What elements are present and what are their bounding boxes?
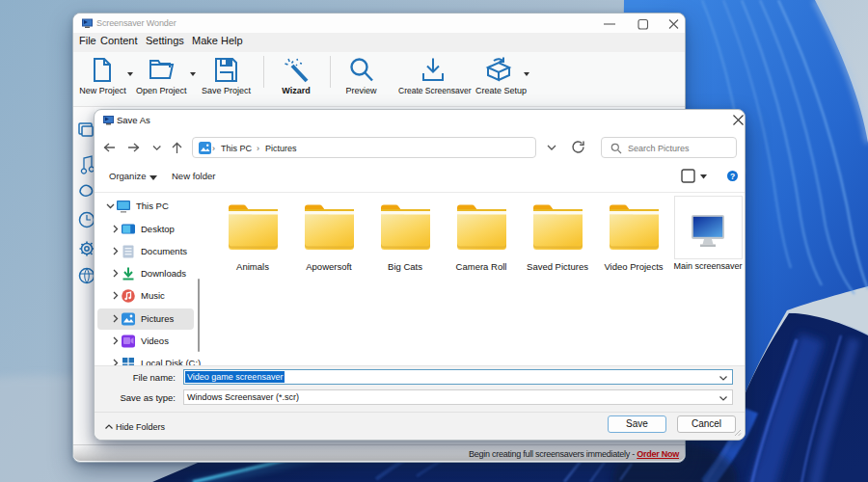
svg-text:?: ? xyxy=(730,172,735,181)
